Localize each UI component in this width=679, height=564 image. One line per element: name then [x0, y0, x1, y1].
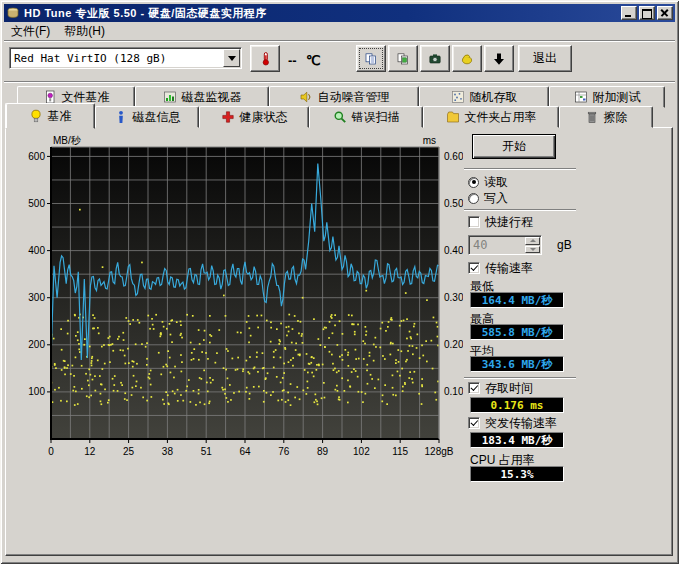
- burst-rate-row[interactable]: 突发传输速率: [468, 416, 557, 430]
- exit-button[interactable]: 退出: [518, 45, 572, 72]
- maximize-button[interactable]: [639, 6, 655, 20]
- svg-text:128gB: 128gB: [425, 446, 454, 457]
- thermometer-icon: [258, 51, 273, 66]
- write-radio-label: 写入: [484, 190, 508, 207]
- burst-rate-display: 183.4 MB/秒: [470, 432, 564, 448]
- max-value-display: 585.8 MB/秒: [470, 324, 564, 340]
- copy-button[interactable]: [356, 45, 386, 72]
- short-stroke-size-spinner[interactable]: 40: [468, 235, 542, 255]
- copy-image-button[interactable]: [388, 45, 418, 72]
- copy-icon: [364, 52, 378, 66]
- access-time-row[interactable]: 存取时间: [468, 381, 533, 395]
- tab-label: 错误扫描: [352, 109, 400, 126]
- maximize-icon: [640, 7, 654, 19]
- spinner-up-button[interactable]: [525, 237, 540, 245]
- random-access-icon: [451, 90, 465, 104]
- svg-text:64: 64: [239, 446, 251, 457]
- min-value-display: 164.4 MB/秒: [470, 292, 564, 308]
- svg-text:115: 115: [392, 446, 408, 457]
- burst-rate-label: 突发传输速率: [485, 415, 557, 432]
- window-title: HD Tune 专业版 5.50 - 硬盘/固态硬盘实用程序: [24, 6, 619, 21]
- write-radio[interactable]: [468, 193, 479, 204]
- transfer-rate-row[interactable]: 传输速率: [468, 261, 533, 275]
- svg-text:0.40: 0.40: [444, 245, 463, 256]
- svg-text:25: 25: [123, 446, 135, 457]
- temperature-unit: ℃: [306, 53, 321, 68]
- svg-text:51: 51: [201, 446, 213, 457]
- tab-label: 擦除: [604, 109, 628, 126]
- svg-text:0.60: 0.60: [444, 151, 463, 162]
- temperature-button[interactable]: [250, 45, 280, 72]
- svg-text:MB/秒: MB/秒: [53, 135, 82, 146]
- svg-text:200: 200: [28, 339, 45, 350]
- download-button[interactable]: [484, 45, 514, 72]
- svg-text:600: 600: [28, 151, 45, 162]
- menu-help[interactable]: 帮助(H): [57, 22, 112, 41]
- tab-aam[interactable]: 自动噪音管理: [269, 86, 419, 108]
- svg-text:0: 0: [48, 446, 54, 457]
- extra-tests-icon: [574, 90, 588, 104]
- screenshot-button[interactable]: [420, 45, 450, 72]
- transfer-rate-checkbox[interactable]: [468, 262, 480, 274]
- svg-text:0.20: 0.20: [444, 339, 463, 350]
- divider: [4, 81, 675, 83]
- save-button[interactable]: [452, 45, 482, 72]
- benchmark-chart: 1002003004005006000.100.200.300.400.500.…: [11, 134, 463, 466]
- tab-error-scan[interactable]: 错误扫描: [309, 106, 423, 128]
- tab-health[interactable]: 健康状态: [199, 106, 309, 128]
- tab-label: 随机存取: [470, 89, 518, 106]
- health-icon: [221, 110, 235, 124]
- svg-text:100: 100: [28, 386, 45, 397]
- read-radio[interactable]: [468, 177, 479, 188]
- write-radio-row[interactable]: 写入: [468, 191, 508, 205]
- tab-folder-usage[interactable]: 文件夹占用率: [423, 106, 559, 128]
- tab-benchmark[interactable]: 基准: [5, 103, 95, 129]
- svg-text:76: 76: [278, 446, 290, 457]
- temperature-value: --: [288, 53, 297, 68]
- tab-label: 基准: [48, 108, 72, 125]
- tab-erase[interactable]: 擦除: [559, 106, 653, 128]
- read-radio-label: 读取: [484, 174, 508, 191]
- minimize-button[interactable]: [621, 6, 637, 20]
- tab-disk-monitor[interactable]: 磁盘监视器: [135, 86, 269, 108]
- transfer-rate-label: 传输速率: [485, 260, 533, 277]
- tab-row-primary: 基准磁盘信息健康状态错误扫描文件夹占用率擦除: [5, 106, 653, 128]
- title-bar: HD Tune 专业版 5.50 - 硬盘/固态硬盘实用程序: [4, 4, 675, 22]
- chevron-up-icon: [530, 239, 536, 242]
- svg-text:0.50: 0.50: [444, 198, 463, 209]
- tab-extra-tests[interactable]: 附加测试: [549, 86, 665, 108]
- access-time-checkbox[interactable]: [468, 382, 480, 394]
- tab-random-access[interactable]: 随机存取: [419, 86, 549, 108]
- short-stroke-unit: gB: [557, 238, 572, 252]
- download-icon: [492, 52, 506, 66]
- minimize-icon: [622, 7, 636, 19]
- tab-label: 文件夹占用率: [465, 109, 537, 126]
- burst-rate-checkbox[interactable]: [468, 417, 480, 429]
- tab-disk-info[interactable]: 磁盘信息: [95, 106, 199, 128]
- short-stroke-checkbox[interactable]: [468, 216, 480, 228]
- avg-value-display: 343.6 MB/秒: [470, 356, 564, 372]
- drive-select-value: Red Hat VirtIO (128 gB): [10, 52, 223, 65]
- short-stroke-size-value: 40: [469, 238, 525, 252]
- save-icon: [460, 52, 474, 66]
- spinner-down-button[interactable]: [525, 246, 540, 254]
- menu-file[interactable]: 文件(F): [4, 22, 57, 41]
- drive-select-dropdown-button[interactable]: [223, 49, 240, 67]
- tab-label: 磁盘信息: [133, 109, 181, 126]
- short-stroke-row[interactable]: 快捷行程: [468, 215, 533, 229]
- svg-text:38: 38: [162, 446, 174, 457]
- tab-label: 磁盘监视器: [182, 89, 242, 106]
- benchmark-controls: 开始 读取 写入 快捷行程 40 gB: [462, 134, 670, 479]
- spinner-buttons: [525, 237, 540, 253]
- svg-text:500: 500: [28, 198, 45, 209]
- read-radio-row[interactable]: 读取: [468, 175, 508, 189]
- app-window: HD Tune 专业版 5.50 - 硬盘/固态硬盘实用程序 文件(F) 帮助(…: [0, 0, 679, 564]
- drive-select[interactable]: Red Hat VirtIO (128 gB): [9, 47, 242, 69]
- benchmark-page: 1002003004005006000.100.200.300.400.500.…: [5, 127, 673, 556]
- start-button[interactable]: 开始: [472, 134, 556, 159]
- benchmark-icon: [29, 109, 43, 123]
- disk-info-icon: [114, 110, 128, 124]
- close-button[interactable]: [657, 6, 673, 20]
- chevron-down-icon: [228, 56, 236, 61]
- app-icon: [6, 6, 20, 20]
